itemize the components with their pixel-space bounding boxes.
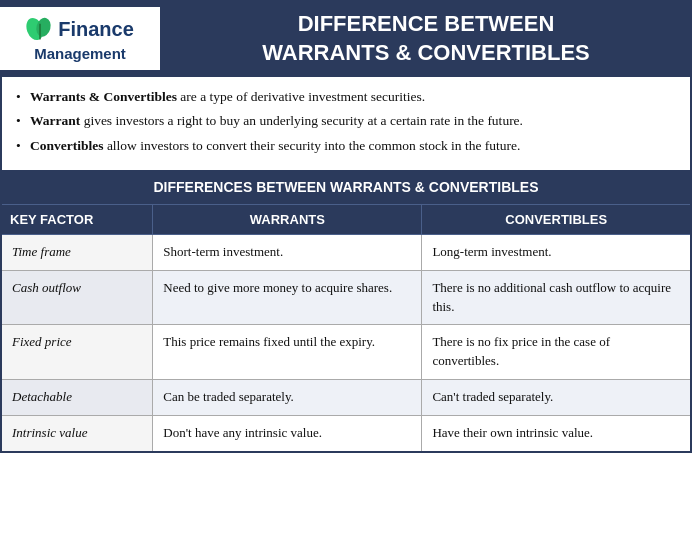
logo-subtitle: Management	[34, 45, 126, 62]
cell-warrants-1: Need to give more money to acquire share…	[153, 270, 422, 325]
intro-item-2: Warrant gives investors a right to buy a…	[16, 111, 676, 131]
table-header-row: Key factor WARRANTS CONVERTIBLES	[1, 204, 691, 234]
cell-convertibles-1: There is no additional cash outflow to a…	[422, 270, 691, 325]
intro-text-1: are a type of derivative investment secu…	[180, 89, 425, 104]
logo-name: Finance	[58, 18, 134, 41]
intro-bold-2: Warrant	[30, 113, 80, 128]
cell-factor-0: Time frame	[1, 234, 153, 270]
cell-warrants-0: Short-term investment.	[153, 234, 422, 270]
col-header-factor: Key factor	[1, 204, 153, 234]
intro-item-3: Convertibles allow investors to convert …	[16, 136, 676, 156]
logo-icon: Finance	[26, 15, 134, 43]
cell-convertibles-3: Can't traded separately.	[422, 380, 691, 416]
table-row: Cash outflowNeed to give more money to a…	[1, 270, 691, 325]
table-row: Intrinsic valueDon't have any intrinsic …	[1, 416, 691, 452]
table-row: Time frameShort-term investment.Long-ter…	[1, 234, 691, 270]
intro-section: Warrants & Convertibles are a type of de…	[0, 77, 692, 172]
differences-section-title: Differences Between Warrants & Convertib…	[0, 172, 692, 204]
cell-factor-2: Fixed price	[1, 325, 153, 380]
cell-convertibles-4: Have their own intrinsic value.	[422, 416, 691, 452]
intro-text-2: gives investors a right to buy an underl…	[84, 113, 523, 128]
header: Finance Management DIFFERENCE BETWEENWAR…	[0, 0, 692, 77]
comparison-table: Key factor WARRANTS CONVERTIBLES Time fr…	[0, 204, 692, 453]
intro-text-3: allow investors to convert their securit…	[107, 138, 521, 153]
cell-factor-4: Intrinsic value	[1, 416, 153, 452]
intro-item-1: Warrants & Convertibles are a type of de…	[16, 87, 676, 107]
intro-list: Warrants & Convertibles are a type of de…	[16, 87, 676, 156]
intro-bold-1: Warrants & Convertibles	[30, 89, 177, 104]
table-row: DetachableCan be traded separately.Can't…	[1, 380, 691, 416]
col-header-convertibles: CONVERTIBLES	[422, 204, 691, 234]
intro-bold-3: Convertibles	[30, 138, 104, 153]
logo-area: Finance Management	[0, 7, 160, 70]
cell-warrants-4: Don't have any intrinsic value.	[153, 416, 422, 452]
header-title: DIFFERENCE BETWEENWARRANTS & CONVERTIBLE…	[160, 0, 692, 77]
table-row: Fixed priceThis price remains fixed unti…	[1, 325, 691, 380]
table-body: Time frameShort-term investment.Long-ter…	[1, 234, 691, 451]
cell-convertibles-2: There is no fix price in the case of con…	[422, 325, 691, 380]
cell-factor-1: Cash outflow	[1, 270, 153, 325]
logo-leaf-icon	[26, 15, 54, 43]
cell-warrants-2: This price remains fixed until the expir…	[153, 325, 422, 380]
cell-warrants-3: Can be traded separately.	[153, 380, 422, 416]
col-header-warrants: WARRANTS	[153, 204, 422, 234]
cell-factor-3: Detachable	[1, 380, 153, 416]
cell-convertibles-0: Long-term investment.	[422, 234, 691, 270]
